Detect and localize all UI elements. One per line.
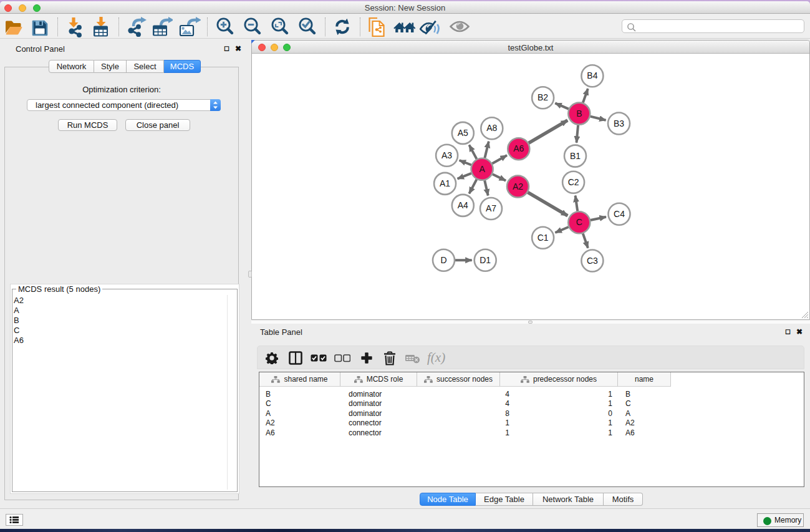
svg-text:D: D xyxy=(440,255,446,265)
svg-text:C3: C3 xyxy=(587,256,598,266)
svg-text:B: B xyxy=(576,109,582,118)
svg-text:C4: C4 xyxy=(614,209,625,219)
svg-text:B4: B4 xyxy=(587,70,597,80)
svg-text:C: C xyxy=(576,217,582,227)
svg-text:A3: A3 xyxy=(441,150,452,160)
svg-text:A1: A1 xyxy=(440,178,450,188)
svg-text:A4: A4 xyxy=(458,200,468,210)
svg-text:C1: C1 xyxy=(538,233,549,243)
svg-text:C2: C2 xyxy=(568,177,579,187)
svg-text:A7: A7 xyxy=(486,203,496,213)
svg-text:A: A xyxy=(479,164,485,174)
svg-text:A2: A2 xyxy=(513,181,523,191)
svg-text:B1: B1 xyxy=(570,151,581,161)
svg-text:A6: A6 xyxy=(513,143,524,153)
svg-text:A8: A8 xyxy=(486,123,497,133)
svg-text:A5: A5 xyxy=(458,128,468,138)
svg-text:B2: B2 xyxy=(538,92,548,102)
svg-text:D1: D1 xyxy=(480,255,491,265)
svg-text:B3: B3 xyxy=(614,118,624,128)
